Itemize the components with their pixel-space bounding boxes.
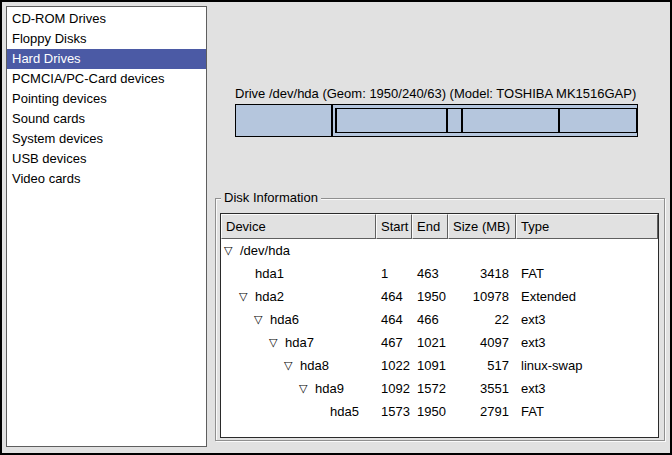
cell-size: 3418 [448,262,516,285]
table-row-hda5[interactable]: hda5157319502791FAT [221,400,658,423]
cell-start [376,239,412,262]
cell-type: FAT [516,262,658,285]
cell-type: linux-swap [516,354,658,377]
table-row-hda8[interactable]: ▽hda810221091517linux-swap [221,354,658,377]
device-label: hda2 [255,289,284,304]
cell-device: ▽hda8 [221,354,376,377]
sidebar-item-pointing-devices[interactable]: Pointing devices [7,89,206,109]
table-row-hda1[interactable]: hda114633418FAT [221,262,658,285]
disk-table-header: DeviceStartEndSize (MB)Type [221,214,658,239]
expander-icon[interactable]: ▽ [269,331,285,354]
cell-end: 1950 [412,285,448,308]
cell-size: 22 [448,308,516,331]
tree-indent [221,300,239,301]
cell-end: 1091 [412,354,448,377]
cell-start: 467 [376,331,412,354]
sidebar-item-sound-cards[interactable]: Sound cards [7,109,206,129]
table-row-hda7[interactable]: ▽hda746710214097ext3 [221,331,658,354]
cell-type [516,239,658,262]
cell-device: hda5 [221,400,376,423]
column-header-start[interactable]: Start [376,214,412,239]
cell-device: ▽hda7 [221,331,376,354]
table-row-dev-hda[interactable]: ▽/dev/hda [221,239,658,262]
tree-indent [221,392,299,393]
sidebar-item-floppy-disks[interactable]: Floppy Disks [7,29,206,49]
sidebar-item-cd-rom-drives[interactable]: CD-ROM Drives [7,9,206,29]
cell-start: 464 [376,308,412,331]
disk-table: DeviceStartEndSize (MB)Type ▽/dev/hdahda… [220,213,659,438]
hardware-browser-window: CD-ROM DrivesFloppy DisksHard DrivesPCMC… [0,0,672,455]
cell-device: hda1 [221,262,376,285]
cell-size: 4097 [448,331,516,354]
tree-indent [221,415,314,416]
partition-segment-hda8 [447,108,462,133]
cell-type: ext3 [516,308,658,331]
cell-end: 1572 [412,377,448,400]
device-category-list: CD-ROM DrivesFloppy DisksHard DrivesPCMC… [6,6,207,447]
device-label: /dev/hda [240,243,290,258]
tree-indent [221,369,284,370]
partition-segment-hda7 [336,108,447,133]
cell-size: 2791 [448,400,516,423]
column-header-device[interactable]: Device [221,214,376,239]
partition-bar [235,104,638,137]
cell-size: 517 [448,354,516,377]
sidebar-item-pcmcia-pc-card-devices[interactable]: PCMCIA/PC-Card devices [7,69,206,89]
expander-icon[interactable]: ▽ [299,377,315,400]
tree-indent [221,323,254,324]
table-row-hda2[interactable]: ▽hda2464195010978Extended [221,285,658,308]
device-label: hda6 [270,312,299,327]
cell-start: 1022 [376,354,412,377]
drive-title: Drive /dev/hda (Geom: 1950/240/63) (Mode… [235,86,636,101]
device-label: hda5 [330,404,359,419]
cell-end: 1021 [412,331,448,354]
cell-type: Extended [516,285,658,308]
expander-icon[interactable]: ▽ [224,239,240,262]
cell-type: ext3 [516,377,658,400]
sidebar-item-usb-devices[interactable]: USB devices [7,149,206,169]
cell-start: 1573 [376,400,412,423]
cell-end: 466 [412,308,448,331]
cell-type: FAT [516,400,658,423]
partition-segment-hda9 [462,108,559,133]
cell-device: ▽/dev/hda [221,239,376,262]
cell-size: 3551 [448,377,516,400]
cell-size: 10978 [448,285,516,308]
cell-end: 463 [412,262,448,285]
cell-start: 1 [376,262,412,285]
table-row-hda6[interactable]: ▽hda646446622ext3 [221,308,658,331]
sidebar-item-video-cards[interactable]: Video cards [7,169,206,189]
cell-end: 1950 [412,400,448,423]
column-header-end[interactable]: End [412,214,448,239]
expander-icon[interactable]: ▽ [284,354,300,377]
sidebar-item-system-devices[interactable]: System devices [7,129,206,149]
partition-segment-hda2 [332,104,638,137]
disk-information-frame: Disk Information DeviceStartEndSize (MB)… [215,198,665,441]
cell-size [448,239,516,262]
sidebar-item-hard-drives[interactable]: Hard Drives [7,49,206,69]
partition-segment-hda1 [235,104,332,137]
table-row-hda9[interactable]: ▽hda9109215723551ext3 [221,377,658,400]
device-label: hda9 [315,381,344,396]
column-header-size-mb[interactable]: Size (MB) [448,214,516,239]
expander-icon[interactable]: ▽ [254,308,270,331]
device-label: hda1 [255,266,284,281]
expander-icon[interactable]: ▽ [239,285,255,308]
tree-indent [221,277,239,278]
tree-indent [221,346,269,347]
extended-partition-inner [335,108,635,133]
cell-start: 1092 [376,377,412,400]
cell-device: ▽hda9 [221,377,376,400]
column-header-type[interactable]: Type [516,214,658,239]
partition-segment-hda5 [559,108,637,133]
cell-device: ▽hda2 [221,285,376,308]
device-label: hda8 [300,358,329,373]
cell-start: 464 [376,285,412,308]
disk-information-label: Disk Information [221,190,321,206]
cell-end [412,239,448,262]
cell-device: ▽hda6 [221,308,376,331]
device-label: hda7 [285,335,314,350]
cell-type: ext3 [516,331,658,354]
disk-table-body: ▽/dev/hdahda114633418FAT▽hda246419501097… [221,239,658,437]
